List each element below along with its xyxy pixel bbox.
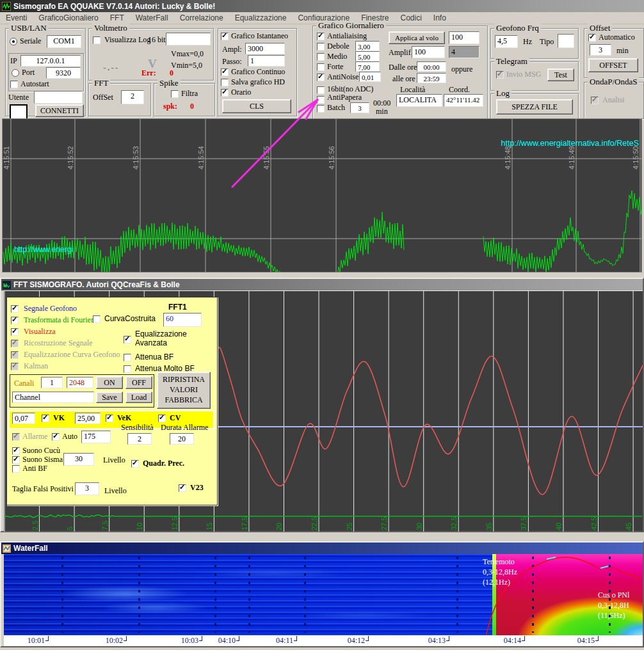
menu-item-info[interactable]: Info: [428, 13, 452, 23]
geofono-freq-field[interactable]: 4,5: [495, 35, 518, 48]
tipo-field[interactable]: [558, 34, 574, 48]
test-button[interactable]: Test: [547, 68, 574, 81]
sisma-value-field[interactable]: 30: [63, 453, 94, 466]
anti-bf-checkbox[interactable]: [12, 465, 20, 473]
attenua-molto-checkbox[interactable]: [124, 365, 131, 373]
cv-checkbox[interactable]: [158, 415, 166, 422]
batch-field[interactable]: 3: [350, 102, 369, 113]
fft1-field[interactable]: 60: [163, 313, 202, 327]
forte-field[interactable]: 7,00: [355, 61, 380, 72]
vk-value-field[interactable]: 0,07: [12, 413, 35, 424]
applica-al-volo-button[interactable]: Applica al volo: [389, 31, 445, 44]
sensibilita-field[interactable]: 2: [127, 433, 152, 445]
ricostruzione-checkbox[interactable]: [11, 340, 19, 347]
waterfall-spectrogram[interactable]: Terremoto0,3-12,8Hz(12,1Hz)Cus o PNl0,3-…: [4, 554, 643, 635]
offset-button[interactable]: OFFSET: [588, 58, 638, 72]
menu-item-fft[interactable]: FFT: [104, 13, 130, 23]
ampl-field[interactable]: 3000: [245, 43, 285, 54]
suono-cucu-checkbox[interactable]: [12, 447, 20, 455]
offset-group: Offset Automatico 3 min OFFSET: [584, 28, 644, 78]
taglia-field[interactable]: 3: [75, 482, 99, 495]
orario-checkbox[interactable]: [221, 89, 229, 97]
ripristina-button[interactable]: RIPRISTINA VALORI FABBRICA: [157, 372, 211, 409]
eq-avanzata-checkbox[interactable]: [124, 336, 131, 344]
amplif-field[interactable]: 100: [412, 46, 445, 58]
vek-checkbox[interactable]: [106, 415, 113, 422]
durata-field[interactable]: 20: [170, 433, 194, 445]
oppure-label: oppure: [451, 65, 472, 74]
volt-log-field[interactable]: [166, 33, 211, 45]
curva-costruita-checkbox[interactable]: [93, 315, 101, 323]
automatico-checkbox[interactable]: [588, 34, 596, 42]
channel-field[interactable]: Channel: [12, 392, 94, 403]
analisi-checkbox[interactable]: [591, 97, 599, 104]
off-button[interactable]: OFF: [125, 376, 152, 389]
com-port-field[interactable]: COM1: [47, 35, 81, 48]
suono-sisma-checkbox[interactable]: [12, 456, 20, 464]
salva-grafico-checkbox[interactable]: [221, 79, 229, 86]
fft-freq-label: 20: [275, 523, 283, 530]
coord-field[interactable]: 42°11'11.42: [444, 94, 483, 107]
visualizza-log-checkbox[interactable]: [93, 36, 101, 44]
forte-checkbox[interactable]: [317, 63, 325, 71]
autostart-checkbox[interactable]: [10, 81, 18, 88]
auto-checkbox[interactable]: [52, 433, 60, 441]
batch-checkbox[interactable]: [317, 105, 325, 113]
antinoise-checkbox[interactable]: [317, 74, 325, 81]
visualizza-checkbox[interactable]: [11, 328, 19, 336]
ip-field[interactable]: 127.0.0.1: [20, 55, 81, 67]
trasformata-checkbox[interactable]: [11, 317, 19, 324]
applica-value-field[interactable]: 100: [449, 31, 479, 44]
save-button[interactable]: Save: [96, 392, 123, 403]
antipapera-checkbox[interactable]: [317, 96, 325, 104]
bit16-adc-checkbox[interactable]: [317, 86, 325, 94]
medio-field[interactable]: 5,00: [355, 51, 380, 61]
medio-checkbox[interactable]: [317, 53, 325, 61]
canali-field2[interactable]: 2048: [67, 377, 93, 388]
antinoise-field[interactable]: 0,01: [359, 72, 381, 82]
localita-field[interactable]: LOCALITA: [396, 94, 442, 107]
allarme-checkbox[interactable]: [12, 433, 20, 441]
menu-item-eventi[interactable]: Eventi: [0, 13, 33, 23]
cls-button[interactable]: CLS: [222, 99, 291, 113]
port-radio[interactable]: [12, 69, 19, 77]
menu-item-graficogionaliero[interactable]: GraficoGionaliero: [33, 13, 104, 23]
seriale-radio[interactable]: [10, 38, 17, 45]
passo-field[interactable]: 1: [248, 55, 285, 67]
vk-checkbox[interactable]: [42, 415, 49, 422]
batch-min-label: min: [376, 107, 388, 116]
load-button[interactable]: Load: [125, 392, 152, 403]
filtra-checkbox[interactable]: [171, 90, 179, 98]
fft-freq-label: 5: [66, 527, 74, 530]
on-button[interactable]: ON: [96, 376, 123, 389]
spezza-file-button[interactable]: SPEZZA FILE: [496, 99, 573, 115]
segnale-geofono-checkbox[interactable]: [11, 305, 19, 313]
menu-item-codici[interactable]: Codici: [394, 13, 427, 23]
antialiasing-checkbox[interactable]: [317, 33, 325, 40]
dalle-ore-field[interactable]: 00:00: [417, 61, 446, 72]
connetti-button[interactable]: CONNETTI: [35, 104, 84, 117]
debole-checkbox[interactable]: [317, 43, 325, 51]
debole-field[interactable]: 3,00: [355, 41, 380, 51]
automatico-label: Automatico: [599, 33, 635, 42]
canali-field[interactable]: 1: [41, 377, 63, 388]
offset-min-field[interactable]: 3: [590, 44, 611, 56]
grafico-continuo-checkbox[interactable]: [221, 68, 229, 76]
port-field[interactable]: 9320: [46, 67, 81, 79]
attenua-bf-checkbox[interactable]: [124, 354, 131, 361]
alle-ore-field[interactable]: 23:59: [417, 73, 446, 83]
invio-msg-checkbox[interactable]: [496, 71, 504, 79]
fft-freq-label: 45: [625, 523, 632, 530]
eq-curva-checkbox[interactable]: [11, 351, 19, 359]
grafico-istantaneo-checkbox[interactable]: [221, 33, 229, 40]
utente-field[interactable]: [34, 91, 83, 104]
menu-item-waterfall[interactable]: WaterFall: [130, 13, 174, 23]
quadr-prec-checkbox[interactable]: [131, 460, 139, 468]
v23-checkbox[interactable]: [179, 484, 186, 492]
fft-offset-field[interactable]: 2: [121, 90, 144, 104]
kalman-checkbox[interactable]: [11, 363, 19, 370]
vek-value-field[interactable]: 25,00: [75, 413, 101, 424]
menu-item-correlazione[interactable]: Correlazione: [174, 13, 229, 23]
menu-item-equalizzazione[interactable]: Equalizzazione: [229, 13, 293, 23]
auto-value-field[interactable]: 175: [81, 431, 111, 443]
